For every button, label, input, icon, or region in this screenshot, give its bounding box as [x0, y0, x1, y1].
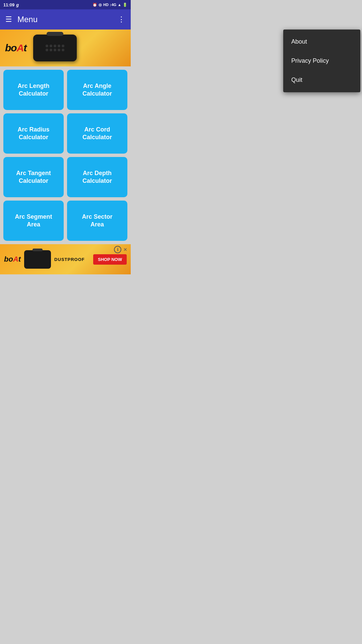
bottom-banner-ad[interactable]: boAt DUSTPROOF SHOP NOW ℹ ✕	[0, 244, 131, 274]
calculator-grid: Arc Length Calculator Arc Angle Calculat…	[0, 66, 131, 244]
speaker-dot	[58, 45, 60, 47]
speaker-dot	[62, 45, 64, 47]
status-right: ⏰ ◎ HD ↕4G ▲ 🔋	[93, 3, 127, 7]
more-options-button[interactable]: ⋮	[118, 15, 125, 24]
app-bar: ☰ Menu ⋮	[0, 9, 131, 30]
g-icon: g	[16, 2, 19, 7]
speaker-dot	[54, 49, 56, 51]
arc-segment-area-button[interactable]: Arc Segment Area	[3, 201, 64, 241]
arc-depth-calculator-button[interactable]: Arc Depth Calculator	[67, 157, 127, 197]
status-left: 11:09 g	[3, 2, 19, 7]
cast-icon: ◎	[99, 3, 102, 7]
app-bar-left: ☰ Menu	[5, 15, 38, 24]
speaker-handle	[47, 32, 63, 36]
speaker-dot	[54, 45, 56, 47]
arc-cord-calculator-button[interactable]: Arc Cord Calculator	[67, 113, 127, 154]
speaker-dots	[46, 45, 64, 51]
speaker-dot	[62, 49, 64, 51]
speaker-dot	[50, 45, 52, 47]
speaker-dot	[58, 49, 60, 51]
bottom-speaker-image	[24, 250, 51, 269]
arc-length-calculator-button[interactable]: Arc Length Calculator	[3, 70, 64, 110]
arc-radius-calculator-button[interactable]: Arc Radius Calculator	[3, 113, 64, 154]
info-icon[interactable]: ℹ	[114, 246, 121, 253]
hamburger-button[interactable]: ☰	[5, 15, 12, 24]
arc-angle-calculator-button[interactable]: Arc Angle Calculator	[67, 70, 127, 110]
arc-tangent-calculator-button[interactable]: Arc Tangent Calculator	[3, 157, 64, 197]
arc-sector-area-button[interactable]: Arc Sector Area	[67, 201, 127, 241]
battery-icon: 🔋	[123, 3, 127, 7]
boat-logo: boAt	[5, 42, 26, 54]
speaker-dot	[46, 49, 48, 51]
bottom-speaker-handle	[33, 249, 43, 251]
status-bar: 11:09 g ⏰ ◎ HD ↕4G ▲ 🔋	[0, 0, 131, 9]
dustproof-label: DUSTPROOF	[54, 257, 90, 262]
bottom-boat-logo: boAt	[4, 255, 21, 264]
top-banner-ad[interactable]: boAt	[0, 30, 131, 66]
signal-icon: ▲	[118, 3, 121, 7]
hd-4g-label: HD ↕4G	[103, 3, 116, 7]
shop-now-button[interactable]: SHOP NOW	[93, 254, 127, 265]
speaker-dot	[50, 49, 52, 51]
speaker-dot	[46, 45, 48, 47]
alarm-icon: ⏰	[93, 3, 97, 7]
speaker-image	[33, 35, 77, 61]
time: 11:09	[3, 2, 14, 7]
app-title: Menu	[17, 15, 38, 24]
close-banner-icon[interactable]: ✕	[122, 246, 129, 253]
